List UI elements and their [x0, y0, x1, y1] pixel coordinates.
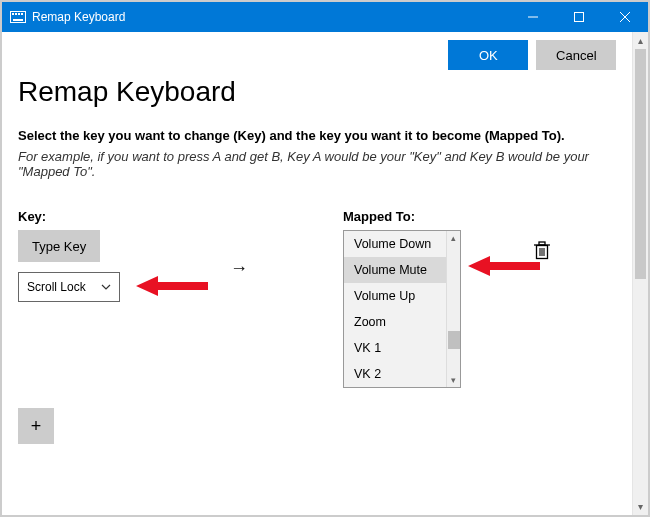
listbox-option[interactable]: VK 2: [344, 361, 460, 387]
svg-rect-2: [12, 13, 14, 15]
svg-rect-13: [539, 242, 545, 245]
listbox-scrollbar[interactable]: ▴ ▾: [446, 231, 460, 387]
instruction-example: For example, if you want to press A and …: [18, 149, 616, 179]
remap-row: Type Key Scroll Lock → Volume Down Volum…: [18, 230, 616, 388]
maps-to-arrow-icon: →: [228, 230, 343, 306]
scroll-thumb[interactable]: [448, 331, 460, 349]
page-scrollbar[interactable]: ▴ ▾: [632, 32, 648, 515]
ok-button[interactable]: OK: [448, 40, 528, 70]
svg-rect-4: [18, 13, 20, 15]
scroll-up-icon[interactable]: ▴: [447, 231, 461, 245]
listbox-option[interactable]: Volume Down: [344, 231, 460, 257]
mapped-to-column-label: Mapped To:: [343, 209, 415, 224]
window-frame: Remap Keyboard OK Cancel Remap Keyboard …: [0, 0, 650, 517]
key-dropdown-value: Scroll Lock: [27, 280, 86, 294]
window-title: Remap Keyboard: [32, 10, 125, 24]
scroll-track[interactable]: [633, 49, 648, 498]
key-column-label: Key:: [18, 209, 343, 224]
scroll-down-icon[interactable]: ▾: [447, 373, 461, 387]
listbox-option-selected[interactable]: Volume Mute: [344, 257, 460, 283]
titlebar: Remap Keyboard: [2, 2, 648, 32]
svg-rect-3: [15, 13, 17, 15]
cancel-button[interactable]: Cancel: [536, 40, 616, 70]
svg-rect-6: [13, 19, 23, 21]
content-area: OK Cancel Remap Keyboard Select the key …: [2, 32, 632, 515]
minimize-button[interactable]: [510, 2, 556, 32]
minimize-icon: [528, 12, 538, 22]
scroll-up-icon[interactable]: ▴: [633, 32, 648, 49]
maximize-icon: [574, 12, 584, 22]
svg-rect-5: [21, 13, 23, 15]
close-button[interactable]: [602, 2, 648, 32]
listbox-option[interactable]: Volume Up: [344, 283, 460, 309]
app-icon: [10, 11, 26, 23]
scroll-thumb[interactable]: [635, 49, 646, 279]
listbox-option[interactable]: Zoom: [344, 309, 460, 335]
scroll-down-icon[interactable]: ▾: [633, 498, 648, 515]
listbox-option[interactable]: VK 1: [344, 335, 460, 361]
delete-icon[interactable]: [533, 240, 551, 260]
mapped-to-listbox[interactable]: Volume Down Volume Mute Volume Up Zoom V…: [343, 230, 461, 388]
maximize-button[interactable]: [556, 2, 602, 32]
add-mapping-button[interactable]: +: [18, 408, 54, 444]
plus-icon: +: [31, 416, 42, 437]
page-title: Remap Keyboard: [18, 76, 616, 108]
key-dropdown[interactable]: Scroll Lock: [18, 272, 120, 302]
type-key-button[interactable]: Type Key: [18, 230, 100, 262]
chevron-down-icon: [101, 282, 111, 292]
instruction-primary: Select the key you want to change (Key) …: [18, 128, 616, 143]
close-icon: [620, 12, 630, 22]
svg-rect-8: [575, 13, 584, 22]
